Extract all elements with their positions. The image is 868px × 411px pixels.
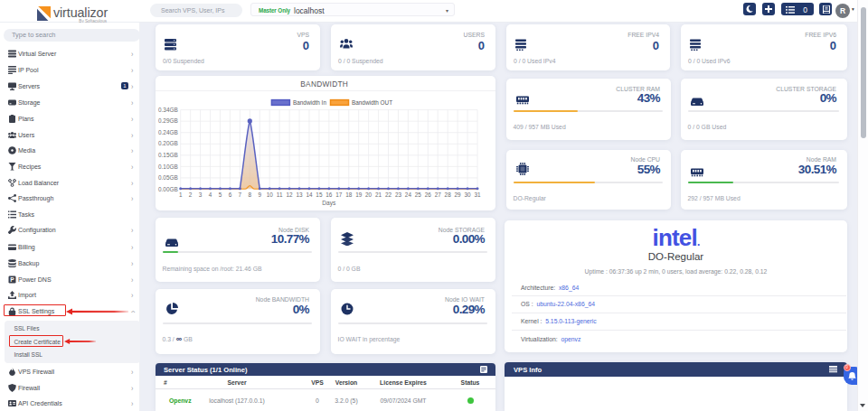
svg-text:18: 18: [345, 191, 353, 198]
svg-text:4: 4: [209, 191, 212, 198]
svg-text:0.10GB: 0.10GB: [158, 163, 178, 170]
svg-text:Days: Days: [322, 200, 336, 207]
svg-text:9: 9: [258, 191, 261, 198]
svg-text:Bandwidth OUT: Bandwidth OUT: [352, 99, 392, 106]
svg-text:28: 28: [445, 191, 452, 198]
svg-text:8: 8: [249, 191, 252, 198]
svg-text:19: 19: [355, 191, 363, 198]
svg-text:20: 20: [365, 191, 373, 198]
svg-text:Bandwidth In: Bandwidth In: [293, 99, 326, 106]
svg-text:3: 3: [199, 191, 203, 198]
svg-text:1: 1: [179, 191, 183, 198]
svg-text:21: 21: [375, 191, 382, 198]
svg-text:0.34GB: 0.34GB: [158, 107, 178, 113]
svg-text:17: 17: [335, 191, 343, 198]
svg-text:0.29GB: 0.29GB: [158, 117, 178, 124]
svg-text:0.20GB: 0.20GB: [158, 140, 178, 146]
svg-text:15: 15: [316, 191, 323, 198]
svg-text:0.24GB: 0.24GB: [158, 129, 178, 135]
svg-text:29: 29: [455, 191, 462, 198]
svg-text:24: 24: [405, 191, 412, 198]
svg-text:13: 13: [296, 191, 303, 198]
svg-text:0.00GB: 0.00GB: [158, 186, 178, 192]
svg-text:0.15GB: 0.15GB: [158, 152, 178, 158]
svg-text:27: 27: [435, 191, 442, 198]
svg-text:31: 31: [474, 191, 481, 198]
svg-text:11: 11: [277, 191, 283, 198]
svg-text:12: 12: [287, 191, 294, 198]
svg-text:5: 5: [219, 191, 222, 198]
svg-text:14: 14: [306, 191, 313, 198]
svg-text:BANDWIDTH: BANDWIDTH: [300, 79, 348, 89]
svg-text:26: 26: [425, 191, 432, 198]
svg-text:22: 22: [385, 191, 392, 198]
svg-text:30: 30: [465, 191, 472, 198]
svg-text:6: 6: [229, 191, 232, 198]
svg-text:7: 7: [239, 191, 242, 198]
svg-text:16: 16: [326, 191, 333, 198]
svg-text:2: 2: [189, 191, 193, 198]
svg-text:25: 25: [415, 191, 422, 198]
svg-text:10: 10: [267, 191, 274, 198]
svg-text:P: P: [10, 276, 14, 283]
svg-text:23: 23: [395, 191, 402, 198]
svg-text:0.05GB: 0.05GB: [158, 174, 178, 181]
